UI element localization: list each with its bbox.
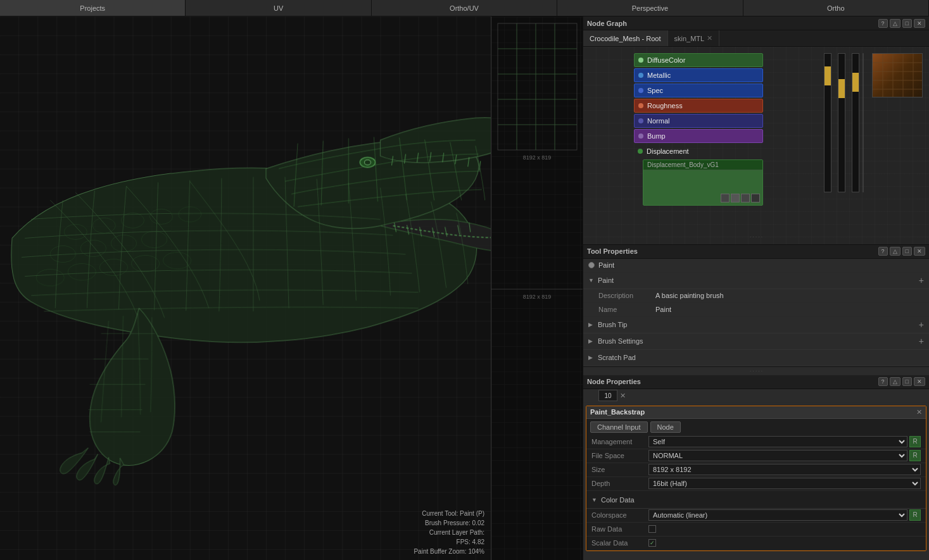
metallic-label: Metallic [647,72,671,79]
nav-item-orthouv[interactable]: Ortho/UV [372,0,557,16]
description-row: Description A basic painting brush [583,289,929,303]
displacement-dot [638,149,643,154]
tab-skin-close[interactable]: ✕ [707,34,712,42]
svg-text:8192 x 819: 8192 x 819 [523,154,552,161]
scalar-data-checkbox[interactable]: ✓ [648,539,656,547]
material-nodes-container: DiffuseColor Metallic Spec [634,53,763,206]
paint-backstrap-panel: Paint_Backstrap ✕ Channel Input Node Man… [586,406,926,551]
brush-settings-section[interactable]: ▶ Brush Settings + [583,333,929,350]
brush-tip-section[interactable]: ▶ Brush Tip + [583,317,929,333]
node-graph-btn-x[interactable]: ✕ [914,19,925,28]
thumb-svg [873,54,923,97]
slider-2-thumb [838,79,845,98]
colorspace-row: Colorspace Automatic (linear) R [586,509,926,523]
pb-filespace-wrapper: NORMAL [648,450,907,461]
pb-management-r-btn[interactable]: R [909,436,921,447]
node-props-title: Node Properties [587,378,641,385]
tool-props-btn-t[interactable]: △ [890,247,901,256]
nav-label-ortho: Ortho [827,4,845,12]
main-viewport[interactable]: Current Tool: Paint (P) Brush Pressure: … [0,16,491,560]
scalar-data-row: Scalar Data ✓ [586,537,926,551]
node-diffusecolor[interactable]: DiffuseColor [634,53,763,67]
node-props-btn-t[interactable]: △ [890,377,901,386]
node-spec[interactable]: Spec [634,84,763,97]
pb-tab-channel-label: Channel Input [597,423,641,431]
node-normal[interactable]: Normal [634,114,763,128]
node-graph-btn-1[interactable]: △ [890,19,901,28]
node-bump[interactable]: Bump [634,129,763,143]
slider-3[interactable] [852,53,859,192]
node-graph-divider[interactable]: · · · · · [749,233,764,241]
tool-props-btn-s[interactable]: □ [902,247,912,256]
svg-text:8192 x 819: 8192 x 819 [523,294,552,300]
raw-data-checkbox[interactable] [648,525,656,533]
color-data-section[interactable]: ▼ Color Data [586,492,926,509]
colorspace-wrapper: Automatic (linear) [648,509,907,521]
pb-filespace-r-btn[interactable]: R [909,450,921,461]
tab-crocodile-label: Crocodile_Mesh - Root [590,35,661,42]
tool-props-btn-q[interactable]: ? [878,247,888,256]
node-graph-canvas[interactable]: DiffuseColor Metallic Spec [583,47,929,244]
pb-size-select[interactable]: 8192 x 8192 [648,464,921,475]
current-layer-text: Current Layer Path: [414,528,484,537]
side-viewport[interactable]: 8192 x 819 8192 x 819 [491,16,583,560]
viewport-area: Current Tool: Paint (P) Brush Pressure: … [0,16,583,560]
name-row: Name Paint [583,303,929,317]
brush-settings-add[interactable]: + [919,336,924,346]
node-displacement-label: Displacement [634,144,763,158]
viewport-status: Current Tool: Paint (P) Brush Pressure: … [414,509,484,556]
pb-depth-select[interactable]: 16bit (Half) [648,478,921,489]
node-roughness[interactable]: Roughness [634,99,763,113]
node-graph-section: Node Graph ? △ □ ✕ Crocodile_Mesh - Root… [583,16,929,245]
pb-tab-channel[interactable]: Channel Input [590,421,648,433]
slider-2[interactable] [838,53,845,192]
tab-skin-label: skin_MTL [674,35,705,42]
pb-close-icon[interactable]: ✕ [916,408,922,416]
colorspace-select[interactable]: Automatic (linear) [648,509,907,521]
nav-item-projects[interactable]: Projects [0,0,186,16]
nav-item-ortho[interactable]: Ortho [743,0,929,16]
paint-section-header[interactable]: ▼ Paint + [583,273,929,289]
node-props-btn-s[interactable]: □ [902,377,912,386]
pb-tab-node[interactable]: Node [650,421,681,433]
nav-label-uv: UV [274,4,283,12]
brush-settings-expand: ▶ [588,338,595,344]
name-prop-value: Paint [655,306,671,313]
pb-tab-node-label: Node [657,423,674,431]
nav-item-perspective[interactable]: Perspective [557,0,743,16]
pb-filespace-select[interactable]: NORMAL [648,450,907,461]
main-layout: Current Tool: Paint (P) Brush Pressure: … [0,16,929,560]
side-viewport-canvas: 8192 x 819 8192 x 819 [491,16,583,560]
node-props-btn-q[interactable]: ? [878,377,888,386]
paint-buffer-text: Paint Buffer Zoom: 104% [414,547,484,556]
tool-props-btn-x[interactable]: ✕ [914,247,925,256]
colorspace-r-btn[interactable]: R [909,509,921,521]
nav-item-uv[interactable]: UV [186,0,371,16]
node-num-input[interactable] [598,390,617,401]
tab-skin-mtl[interactable]: skin_MTL ✕ [668,30,720,46]
disp-icon-3 [741,194,750,202]
node-graph-header: Node Graph ? △ □ ✕ [583,16,929,30]
node-metallic[interactable]: Metallic [634,68,763,82]
raw-data-label: Raw Data [591,525,648,533]
node-graph-btn-question[interactable]: ? [878,19,888,28]
brush-tip-add[interactable]: + [919,320,924,330]
pb-management-select[interactable]: Self [648,436,907,447]
tab-crocodile-mesh[interactable]: Crocodile_Mesh - Root [583,30,668,46]
displacement-node-sublabel: Displacement_Body_vG1 [643,160,762,170]
raw-data-row: Raw Data [586,523,926,537]
connector-svg [859,53,867,192]
tool-props-title: Tool Properties [587,247,638,255]
props-divider[interactable]: · · · · · [583,367,929,375]
displacement-node-box[interactable]: Displacement_Body_vG1 [643,159,763,206]
thumbnail-preview [872,53,923,97]
description-prop-label: Description [598,292,655,299]
node-props-btn-x[interactable]: ✕ [914,377,925,386]
scratch-pad-section[interactable]: ▶ Scratch Pad [583,350,929,366]
close-x-icon[interactable]: ✕ [620,392,626,400]
slider-1[interactable] [824,53,831,192]
paint-section-add[interactable]: + [919,275,924,285]
node-props-header: Node Properties ? △ □ ✕ [583,375,929,389]
paint-radio[interactable] [588,262,595,268]
node-graph-btn-2[interactable]: □ [902,19,912,28]
